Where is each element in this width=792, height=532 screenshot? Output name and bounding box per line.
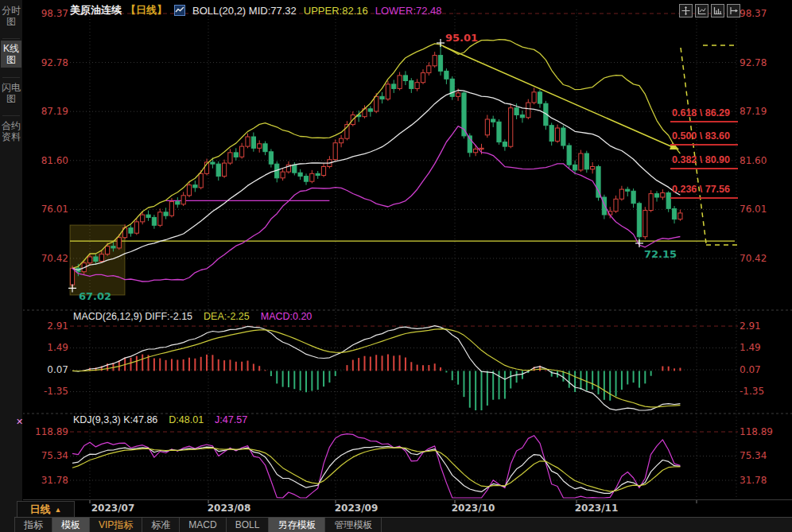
fib-level-line[interactable] [670,144,738,146]
price-axis-label: 87.19 [740,106,767,117]
period-label: 日线 [30,503,51,517]
sidebar-item-label: 合约资料 [2,120,21,142]
price-axis-label: 76.01 [740,204,767,215]
fib-level-label: 0.500 \ 83.60 [672,130,739,142]
template-standard[interactable]: 标准 [142,518,179,532]
annotation-high-label: 95.01 [445,32,478,44]
app-root: { "header": { "symbol": "美原油连续", "period… [0,0,792,532]
template-macd[interactable]: MACD [179,518,225,532]
zoom-x-axis-button[interactable] [695,4,709,17]
sidebar-item-time-chart[interactable]: 分时图 [1,2,21,29]
sidebar-item-label: 分时图 [2,5,21,27]
cursor-x-icon: ✕ [16,417,23,427]
boll-mid-value: BOLL(20,2) MID:77.32 [192,5,297,17]
drawing-layer[interactable] [70,45,738,295]
fib-level-line[interactable] [670,168,738,169]
macd-axis-label: -1.35 [740,386,764,397]
macd-axis-label: 1.49 [24,342,68,353]
price-axis-label: 92.78 [24,57,68,68]
macd-axis-label: -1.35 [24,386,68,397]
annotation-low-label: 67.02 [79,290,111,302]
sidebar-item-label: 闪电图 [2,82,21,104]
macd-layer [72,326,680,410]
chart-type-icon [174,5,185,16]
kdj-j-value: J:47.57 [215,414,247,425]
kdj-axis-label: 75.34 [740,450,767,461]
sidebar-item-kline-chart[interactable]: K线图 [1,41,21,68]
price-axis-label: 98.37 [24,8,68,19]
fib-vertical-guide [681,48,706,243]
macd-title: MACD(26,12,9) DIFF:-2.15 [73,311,192,322]
fib-level-label: 0.236 \ 77.56 [672,184,739,195]
price-axis-label: 81.60 [740,155,767,166]
window-controls [679,4,740,17]
sidebar-divider [2,77,20,78]
macd-dea-value: DEA:-2.25 [204,311,250,322]
fib-level-label: 0.382 \ 80.90 [672,154,739,165]
price-axis-label: 70.42 [740,253,767,264]
kdj-d-value: D:48.01 [169,414,204,425]
kdj-axis-label: 31.78 [740,475,767,486]
macd-axis-label: 2.91 [740,320,761,332]
chart-canvas[interactable] [0,0,792,532]
macd-axis-label: 0.07 [740,364,761,375]
boll-lower-value: LOWER:72.48 [375,5,442,17]
price-axis-label: 76.01 [24,204,68,215]
move-tool-button[interactable] [679,4,693,17]
sidebar-item-contract-info[interactable]: 合约资料 [1,118,21,145]
template-boll[interactable]: BOLL [226,518,269,532]
macd-axis-label: 1.49 [740,342,761,353]
date-label: 2023/09 [328,503,384,514]
price-axis-label: 70.42 [24,253,68,264]
symbol-name: 美原油连续 [70,3,122,17]
fib-level-label: 0.618 \ 86.29 [672,107,739,118]
kdj-panel-header: KDJ(9,3,3) K:47.86 D:48.01 J:47.57 [73,414,247,425]
price-axis-label: 81.60 [24,155,68,166]
period-badge: 【日线】 [126,3,167,17]
fib-level-line[interactable] [670,121,738,122]
kdj-axis-label: 75.34 [24,450,68,461]
date-label: 2023/07 [85,503,141,514]
date-label: 2023/11 [569,503,624,514]
sidebar-divider [2,115,20,116]
kdj-layer [72,434,680,498]
left-sidebar: 分时图 K线图 闪电图 合约资料 [0,0,23,532]
chart-header: 美原油连续 【日线】 BOLL(20,2) MID:77.32 UPPER:82… [70,3,442,17]
zoom-y-axis-button[interactable] [711,4,724,17]
save-template-button[interactable]: 另存模板 [268,518,324,532]
tab-templates[interactable]: 模板 [52,518,89,532]
annotation-second-low-label: 72.15 [644,248,677,260]
candlestick-layer [70,43,682,288]
price-axis-label: 87.19 [24,106,68,117]
date-label: 2023/10 [445,503,501,514]
pane-switch-button[interactable] [727,4,740,17]
price-axis-label: 98.37 [740,8,767,19]
macd-macd-value: MACD:0.20 [261,311,313,322]
tab-vip-indicators[interactable]: VIP指标 [89,518,142,532]
x-axis-line [14,499,792,500]
tab-indicators[interactable]: 指标 [14,518,52,532]
macd-panel-header: MACD(26,12,9) DIFF:-2.15 DEA:-2.25 MACD:… [73,311,312,322]
sidebar-item-flash-chart[interactable]: 闪电图 [1,80,21,107]
date-label: 2023/08 [201,503,257,514]
boll-upper-value: UPPER:82.16 [304,5,368,17]
kdj-axis-label: 31.78 [24,475,68,486]
sidebar-item-label: K线图 [3,43,19,65]
sidebar-divider [2,38,20,39]
price-axis-label: 92.78 [740,57,767,68]
kdj-axis-label: 118.89 [740,426,773,437]
macd-axis-label: 2.91 [24,320,68,332]
period-selector[interactable]: 日线 ▲ [17,501,75,518]
kdj-axis-label: 118.89 [24,426,68,437]
fib-level-line[interactable] [670,197,738,199]
manage-template-button[interactable]: 管理模板 [324,518,382,532]
bottom-toolbar: 指标 模板 VIP指标 标准 MACD BOLL 另存模板 管理模板 [14,517,792,532]
kdj-title: KDJ(9,3,3) K:47.86 [73,414,157,425]
macd-axis-label: 0.07 [24,364,68,375]
caret-up-icon: ▲ [55,506,62,514]
